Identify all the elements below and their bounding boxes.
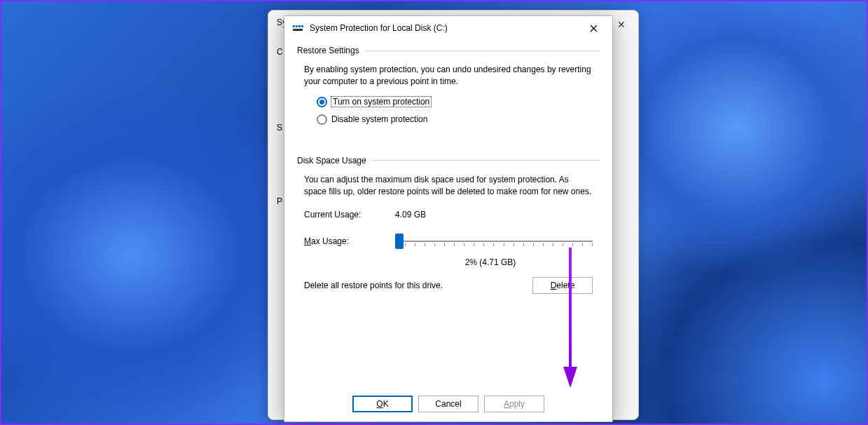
slider-track [395, 241, 593, 242]
dialog-footer: OK Cancel Apply [284, 386, 612, 421]
delete-description: Delete all restore points for this drive… [304, 281, 443, 290]
slider-ticks [395, 243, 593, 246]
apply-button[interactable]: Apply [484, 396, 544, 412]
system-protection-dialog: System Protection for Local Disk (C:) Re… [284, 15, 613, 422]
back-text-p: P [277, 196, 282, 206]
restore-settings-description: By enabling system protection, you can u… [297, 64, 600, 97]
radio-turn-on-protection[interactable]: Turn on system protection [317, 97, 600, 107]
system-icon [293, 22, 304, 34]
slider-thumb[interactable] [395, 234, 404, 249]
divider [365, 50, 600, 51]
cancel-button[interactable]: Cancel [418, 396, 478, 412]
close-icon[interactable]: ✕ [612, 15, 631, 34]
max-usage-slider[interactable] [395, 234, 593, 249]
close-icon [590, 25, 598, 32]
disk-usage-description: You can adjust the maximum disk space us… [297, 174, 600, 207]
radio-icon [317, 97, 327, 107]
disk-usage-label: Disk Space Usage [297, 156, 366, 166]
restore-settings-label: Restore Settings [297, 46, 359, 55]
divider [372, 160, 600, 161]
dialog-title: System Protection for Local Disk (C:) [310, 23, 583, 33]
protection-radio-group: Turn on system protection Disable system… [297, 97, 600, 125]
close-button[interactable] [583, 18, 604, 39]
radio-on-label: Turn on system protection [331, 97, 431, 107]
disk-usage-group: Disk Space Usage [297, 156, 600, 166]
radio-disable-protection[interactable]: Disable system protection [317, 114, 600, 125]
current-usage-row: Current Usage: 4.09 GB [297, 207, 600, 222]
ok-button[interactable]: OK [352, 396, 413, 412]
restore-settings-group: Restore Settings [297, 46, 600, 55]
radio-icon [317, 114, 327, 125]
back-text-s: S [277, 123, 282, 133]
radio-off-label: Disable system protection [331, 114, 427, 124]
back-text-c: C [277, 47, 283, 57]
slider-value-display: 2% (4.71 GB) [297, 257, 600, 267]
titlebar: System Protection for Local Disk (C:) [284, 16, 612, 40]
max-usage-label: Max Usage: [304, 236, 395, 246]
delete-button[interactable]: Delete [532, 277, 593, 294]
current-usage-value: 4.09 GB [395, 210, 426, 220]
current-usage-label: Current Usage: [304, 210, 395, 220]
